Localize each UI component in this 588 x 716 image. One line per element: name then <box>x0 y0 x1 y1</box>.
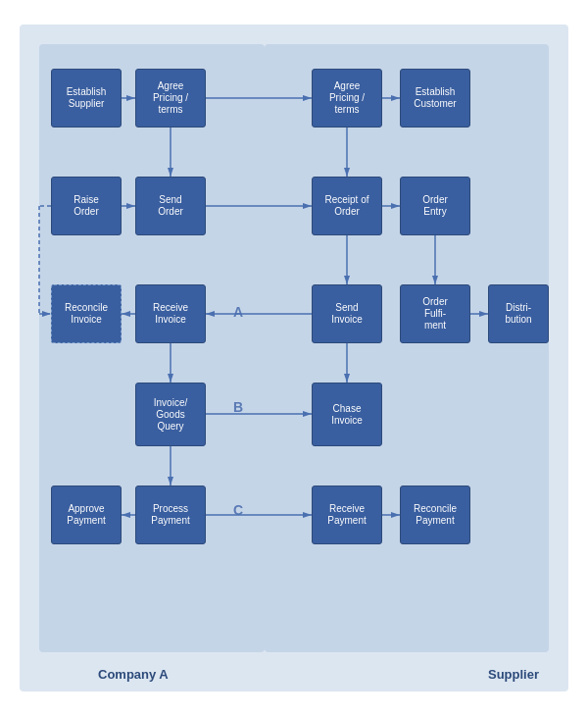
right-panel <box>265 44 549 652</box>
receive-payment-box: Receive Payment <box>312 486 382 544</box>
diagram-container: Establish Supplier Agree Pricing / terms… <box>20 25 568 691</box>
approve-payment-box: Approve Payment <box>51 486 122 544</box>
chase-invoice-box: Chase Invoice <box>312 383 382 446</box>
receive-invoice-box: Receive Invoice <box>135 284 206 343</box>
receipt-of-order-box: Receipt of Order <box>312 177 382 235</box>
letter-c: C <box>233 502 243 518</box>
establish-supplier-box: Establish Supplier <box>51 69 122 128</box>
distribution-box: Distri- bution <box>488 284 549 343</box>
company-a-label: Company A <box>98 667 169 682</box>
process-payment-box: Process Payment <box>135 486 206 544</box>
reconcile-payment-box: Reconcile Payment <box>400 486 470 544</box>
agree-pricing-left-box: Agree Pricing / terms <box>135 69 206 128</box>
send-order-box: Send Order <box>135 177 206 235</box>
order-entry-box: Order Entry <box>400 177 470 235</box>
send-invoice-box: Send Invoice <box>312 284 382 343</box>
raise-order-box: Raise Order <box>51 177 122 235</box>
establish-customer-box: Establish Customer <box>400 69 470 128</box>
supplier-label: Supplier <box>488 667 539 682</box>
letter-a: A <box>233 304 243 320</box>
agree-pricing-right-box: Agree Pricing / terms <box>312 69 382 128</box>
left-panel <box>39 44 265 652</box>
letter-b: B <box>233 399 243 415</box>
invoice-goods-query-box: Invoice/ Goods Query <box>135 383 206 446</box>
order-fulfilment-box: Order Fulfi- ment <box>400 284 470 343</box>
reconcile-invoice-box: Reconcile Invoice <box>51 284 122 343</box>
